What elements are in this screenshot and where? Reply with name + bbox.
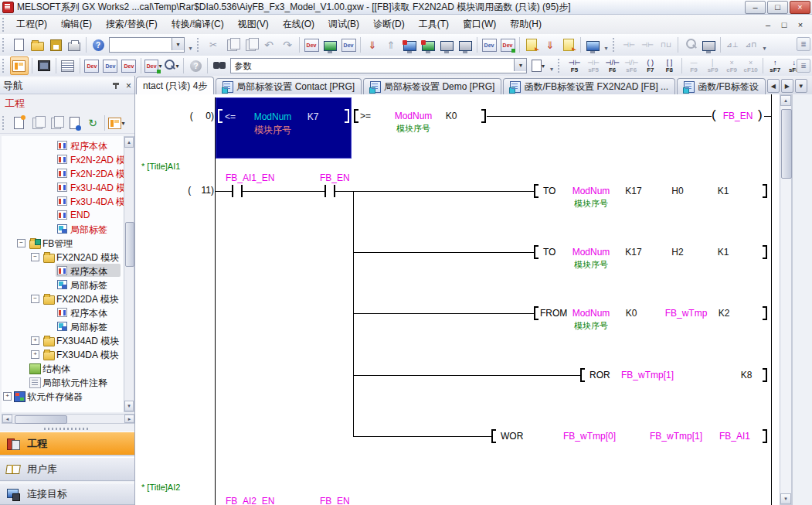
sidebar-item-project[interactable]: 工程 (0, 432, 134, 456)
refresh-button[interactable]: ↻ (84, 114, 101, 131)
tree-item-local-device-comment[interactable]: 局部软元件注释 (2, 375, 124, 389)
tree-item-fx2n2ad-module[interactable]: −FX2N2AD 模块 (2, 250, 124, 264)
collapse-icon[interactable]: − (31, 253, 39, 261)
device-search-dropdown-button[interactable]: ▾ (163, 57, 180, 74)
find-options-button[interactable]: ▾ (529, 57, 546, 74)
menu-tools[interactable]: 工具(T) (412, 15, 456, 33)
tab-local-label-contact[interactable]: 局部标签设置 Contact [PRG] (216, 78, 362, 94)
navigation-toggle-button[interactable] (10, 56, 29, 75)
ladder-symbol-sf9-button[interactable]: │sF9 (704, 57, 722, 75)
tab-list-button[interactable]: ▼ (795, 79, 807, 93)
menu-help[interactable]: 帮助(H) (503, 15, 549, 33)
help-button[interactable]: ? (90, 36, 107, 53)
toolbar-overflow-button[interactable]: ▾ (760, 36, 769, 53)
scroll-right-button[interactable]: ▸ (124, 415, 134, 423)
cut-button[interactable]: ✂ (205, 36, 222, 53)
list-view-button[interactable] (59, 57, 76, 74)
menu-window[interactable]: 窗口(W) (456, 15, 503, 33)
menu-compile[interactable]: 转换/编译(C) (165, 15, 231, 33)
ladder-symbol-f9-button[interactable]: —F9 (685, 57, 703, 75)
paste-item-button[interactable] (47, 114, 64, 131)
docked-toolbar-button[interactable]: ≣ (797, 37, 810, 51)
tree-horizontal-scrollbar[interactable]: ◂ ▸ (2, 414, 134, 424)
ladder-scale2-button[interactable]: ⊣⊢ (639, 36, 656, 53)
tree-item-structure[interactable]: 结构体 (2, 361, 124, 375)
tree-item-fx2n-2ad[interactable]: Fx2N-2AD 模块 (2, 152, 124, 166)
read-from-plc-button[interactable]: ⇑ (382, 36, 399, 53)
ladder-editor[interactable]: ( 0) <= ModNum K7 模块序号 >= ModNum K0 模块序号… (135, 94, 780, 505)
expand-icon[interactable]: + (31, 350, 39, 359)
device-replace-button[interactable]: Dev (121, 57, 138, 74)
ladder-symbol-f8-button[interactable]: [ ]F8 (661, 57, 678, 75)
tab-fb-label-next[interactable]: 函数/FB标签设 (677, 78, 766, 94)
new-item-button[interactable] (10, 114, 27, 131)
close-button[interactable]: × (790, 1, 810, 14)
collapse-icon[interactable]: − (17, 239, 25, 247)
scroll-left-button[interactable]: ◂ (2, 415, 12, 423)
tree-item-fx3u4da-module[interactable]: +FX3U4DA 模块 (2, 347, 124, 361)
scrollbar-thumb[interactable] (781, 109, 792, 179)
ladder-symbol-f7-button[interactable]: ( )F7 (642, 57, 660, 75)
menu-view[interactable]: 视图(V) (231, 15, 276, 33)
sampling-trace2-button[interactable]: ⊿⊓ (742, 36, 759, 53)
scrollbar-thumb[interactable] (15, 415, 67, 424)
stop-monitor-button[interactable] (420, 36, 437, 53)
tree-item-fx2n-2da[interactable]: Fx2N-2DA 模块 (2, 166, 124, 180)
sort-filter-button[interactable]: ▾ (108, 114, 125, 131)
mdi-close-button[interactable]: × (793, 19, 807, 30)
device-comment-button[interactable]: Dev (481, 36, 498, 53)
context-help-button[interactable]: ? (187, 57, 204, 74)
tree-item-fx2n2da-local-label[interactable]: 局部标签 (2, 319, 124, 333)
scroll-up-button[interactable]: ▴ (780, 95, 791, 106)
tree-item-end[interactable]: END (2, 208, 124, 222)
panel-close-button[interactable]: × (126, 80, 131, 91)
device-find-button[interactable]: Dev (83, 57, 100, 74)
screen-display-button[interactable] (584, 36, 601, 53)
ladder-symbol-sf5-button[interactable]: ⊣⊢sF5 (585, 57, 603, 75)
copy-item-button[interactable] (29, 114, 46, 131)
ladder-symbol-sf7-button[interactable]: ↑sF7 (766, 57, 784, 75)
jump-button[interactable] (700, 36, 717, 53)
toolbar-overflow-button[interactable]: ▾ (547, 57, 555, 74)
menu-diagnostics[interactable]: 诊断(D) (366, 15, 412, 33)
quick-find-combobox[interactable]: ▾ (109, 37, 185, 53)
tree-item-program-body[interactable]: 程序本体 (2, 138, 124, 152)
ladder-symbol-cf10-button[interactable]: ×cF10 (742, 57, 759, 75)
tree-item-fx3u-4da[interactable]: Fx3U-4DA 模块 (2, 194, 124, 208)
copy-button[interactable] (223, 36, 240, 53)
program-jump-button[interactable]: ⇓ (542, 36, 559, 53)
tab-contact-readonly[interactable]: ntact (只读) 4步 (136, 77, 214, 94)
tab-scroll-left-button[interactable]: ◀ (767, 79, 780, 93)
ladder-scale3-button[interactable]: ⊓⊔ (657, 36, 674, 53)
chevron-down-icon[interactable]: ▾ (172, 38, 184, 50)
menu-edit[interactable]: 编辑(E) (54, 15, 99, 33)
ladder-scale1-button[interactable]: ⊣⊢ (620, 36, 637, 53)
mdi-restore-button[interactable]: □ (777, 19, 791, 30)
print-button[interactable] (66, 36, 83, 53)
undo-button[interactable]: ↶ (260, 36, 277, 53)
tree-item-fx2n2ad-program-body[interactable]: 程序本体 (2, 264, 124, 278)
tree-item-fx3u4ad-module[interactable]: +FX3U4AD 模块 (2, 333, 124, 347)
statement-jump-button[interactable] (523, 36, 540, 53)
menu-find-replace[interactable]: 搜索/替换(F) (99, 15, 165, 33)
menu-project[interactable]: 工程(P) (9, 15, 54, 33)
scroll-down-button[interactable]: ▾ (124, 401, 134, 411)
tree-item-fx2n2da-module[interactable]: −FX2N2DA 模块 (2, 292, 124, 305)
find-target-combobox[interactable]: 参数 ▾ (230, 58, 527, 73)
pin-icon[interactable] (113, 82, 120, 89)
new-project-button[interactable] (10, 36, 27, 53)
mdi-minimize-button[interactable]: – (761, 19, 775, 30)
monitor-read-button[interactable] (457, 36, 474, 53)
sidebar-item-connection-destination[interactable]: 连接目标 (0, 483, 134, 505)
monitor-mode-button[interactable] (321, 36, 338, 53)
find-device-button[interactable] (681, 36, 698, 53)
tree-item-fx2n2da-program-body[interactable]: 程序本体 (2, 305, 124, 319)
ladder-symbol-cf9-button[interactable]: ×cF9 (723, 57, 741, 75)
toolbar-overflow-button[interactable]: ▾ (602, 36, 610, 53)
tree-item-device-memory[interactable]: +软元件存储器 (2, 389, 124, 403)
tree-vertical-scrollbar[interactable]: ▴ ▾ (124, 136, 134, 412)
find-button[interactable] (211, 57, 228, 74)
device-batch-button[interactable]: Dev (499, 36, 516, 53)
restore-button[interactable]: □ (767, 1, 788, 14)
ladder-symbol-f6-button[interactable]: ⊣/⊢F6 (603, 57, 621, 75)
